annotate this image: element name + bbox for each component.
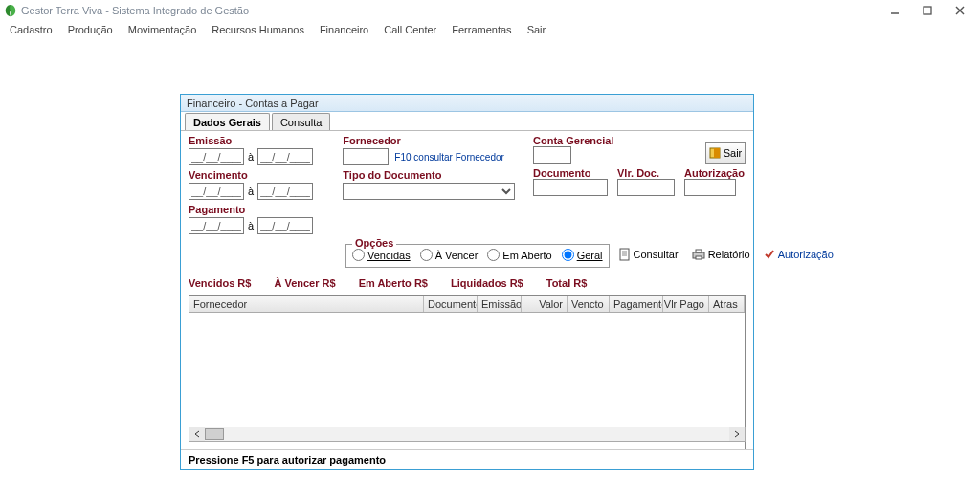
scroll-right-arrow[interactable] — [729, 427, 745, 441]
total-avencer: À Vencer R$ — [274, 277, 335, 289]
svg-rect-1 — [924, 7, 931, 14]
relatorio-button[interactable]: Relatório — [688, 247, 754, 262]
total-vencidos: Vencidos R$ — [189, 277, 251, 289]
scroll-left-arrow[interactable] — [189, 427, 205, 441]
svg-rect-11 — [696, 250, 702, 252]
statusbar-text: Pressione F5 para autorizar pagamento — [189, 454, 386, 466]
label-autorizacao: Autorização — [684, 167, 746, 179]
label-emissao: Emissão — [189, 135, 329, 146]
svg-rect-12 — [696, 256, 702, 259]
close-button[interactable] — [944, 0, 976, 21]
label-vlr-doc: Vlr. Doc. — [617, 167, 677, 179]
label-a-1: à — [244, 151, 257, 163]
radio-vencidas[interactable]: Vencidas — [352, 249, 411, 261]
contas-a-pagar-window: Financeiro - Contas a Pagar Dados Gerais… — [180, 94, 754, 470]
chevron-right-icon — [733, 430, 741, 438]
pagamento-from[interactable] — [189, 217, 244, 234]
label-pagamento: Pagamento — [189, 204, 329, 215]
gh-emissao[interactable]: Emissão — [478, 296, 522, 312]
opcoes-group: Opções Vencidas À Vencer Em Aberto Geral — [345, 244, 610, 268]
menu-sair[interactable]: Sair — [520, 24, 554, 35]
totals-row: Vencidos R$ À Vencer R$ Em Aberto R$ Liq… — [181, 268, 753, 295]
exit-icon — [709, 147, 721, 159]
menu-financeiro[interactable]: Financeiro — [312, 24, 376, 35]
gh-atras[interactable]: Atras — [709, 296, 745, 312]
label-vencimento: Vencimento — [189, 169, 329, 181]
menu-ferramentas[interactable]: Ferramentas — [444, 24, 519, 35]
gh-pagamento[interactable]: Pagamento — [610, 296, 663, 312]
emissao-to[interactable] — [257, 148, 313, 165]
tipo-doc-select[interactable] — [343, 183, 515, 200]
relatorio-label: Relatório — [708, 249, 750, 260]
statusbar: Pressione F5 para autorizar pagamento — [181, 449, 753, 469]
chevron-left-icon — [193, 430, 201, 438]
sair-label: Sair — [724, 147, 743, 159]
minimize-button[interactable] — [879, 0, 911, 21]
tab-dados-gerais[interactable]: Dados Gerais — [185, 113, 270, 130]
grid-header-row: Fornecedor Documento Emissão Valor Venct… — [189, 296, 745, 313]
total-geral: Total R$ — [546, 277, 588, 289]
menu-callcenter[interactable]: Call Center — [376, 24, 444, 35]
pagamento-to[interactable] — [257, 217, 313, 234]
printer-icon — [692, 249, 705, 260]
consultar-label: Consultar — [634, 249, 679, 260]
autorizacao-input[interactable] — [684, 179, 736, 196]
tabs-row: Dados Gerais Consulta — [181, 112, 753, 131]
sair-button[interactable]: Sair — [705, 142, 746, 164]
inner-window-title: Financeiro - Contas a Pagar — [181, 95, 753, 112]
gh-valor[interactable]: Valor — [522, 296, 568, 312]
menu-producao[interactable]: Produção — [60, 24, 121, 35]
app-title: Gestor Terra Viva - Sistema Integrado de… — [21, 5, 249, 16]
label-conta-gerencial: Conta Gerencial — [533, 135, 619, 146]
menu-cadastro[interactable]: Cadastro — [2, 24, 60, 35]
label-a-2: à — [244, 186, 257, 197]
emissao-from[interactable] — [189, 148, 244, 165]
hint-f10: F10 consultar Fornecedor — [394, 152, 504, 163]
vencimento-from[interactable] — [189, 183, 244, 200]
label-a-3: à — [244, 220, 257, 231]
gh-documento[interactable]: Documento — [424, 296, 478, 312]
radio-emaberto[interactable]: Em Aberto — [487, 249, 551, 261]
form-area: Emissão à Vencimento à Pagamento à — [181, 131, 753, 268]
opcoes-legend: Opções — [352, 237, 396, 249]
grid-horizontal-scrollbar[interactable] — [189, 427, 746, 442]
vlr-doc-input[interactable] — [617, 179, 675, 196]
svg-rect-6 — [620, 249, 629, 260]
document-icon — [619, 248, 631, 261]
menu-rh[interactable]: Recursos Humanos — [204, 24, 312, 35]
radio-avencer[interactable]: À Vencer — [420, 249, 479, 261]
scroll-thumb[interactable] — [205, 428, 224, 440]
autorizacao-button[interactable]: Autorização — [760, 247, 837, 262]
gh-vlrpago[interactable]: Vlr Pago — [663, 296, 709, 312]
tab-consulta[interactable]: Consulta — [272, 113, 330, 130]
gh-vencto[interactable]: Vencto — [568, 296, 610, 312]
autorizacao-label: Autorização — [778, 249, 834, 260]
check-icon — [764, 249, 775, 260]
conta-gerencial-input[interactable] — [533, 146, 571, 164]
main-menubar: Cadastro Produção Movimentação Recursos … — [0, 21, 980, 38]
svg-rect-5 — [714, 148, 720, 158]
app-icon — [4, 4, 17, 17]
gh-fornecedor[interactable]: Fornecedor — [189, 296, 424, 312]
label-tipo-doc: Tipo do Documento — [343, 169, 520, 181]
documento-input[interactable] — [533, 179, 608, 196]
maximize-button[interactable] — [911, 0, 944, 21]
vencimento-to[interactable] — [257, 183, 313, 200]
label-fornecedor: Fornecedor — [343, 135, 520, 146]
app-titlebar: Gestor Terra Viva - Sistema Integrado de… — [0, 0, 980, 21]
menu-movimentacao[interactable]: Movimentação — [121, 24, 205, 35]
radio-geral[interactable]: Geral — [562, 249, 603, 261]
total-liquidados: Liquidados R$ — [451, 277, 523, 289]
label-documento: Documento — [533, 167, 610, 179]
consultar-button[interactable]: Consultar — [615, 246, 682, 263]
fornecedor-input[interactable] — [343, 148, 389, 165]
total-emaberto: Em Aberto R$ — [359, 277, 428, 289]
